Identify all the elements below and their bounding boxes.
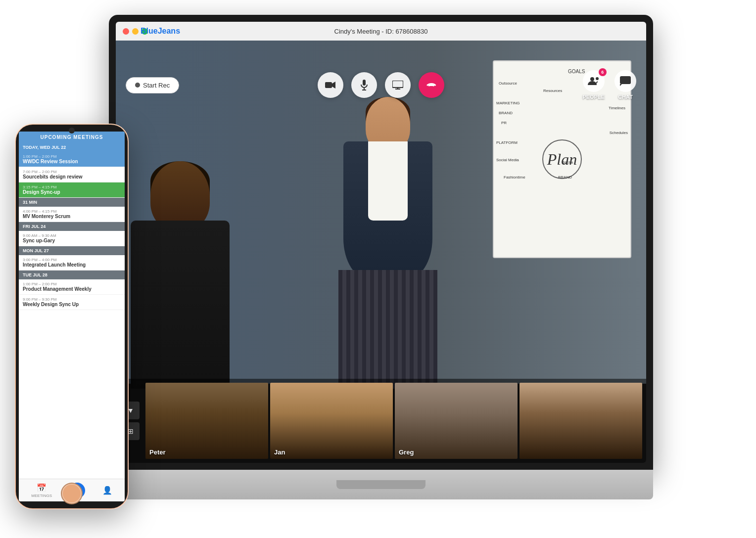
svg-point-7 bbox=[590, 77, 594, 81]
laptop: BlueJeans Cindy's Meeting - ID: 67860883… bbox=[109, 15, 653, 499]
presenter-shirt bbox=[368, 141, 408, 221]
meeting-time-mv-scrum: 4:00 PM – 4:15 PM bbox=[23, 209, 121, 214]
thumbnail-fourth[interactable] bbox=[520, 383, 642, 459]
wb-plan-text: Plan bbox=[547, 150, 577, 169]
meeting-item-mv-scrum[interactable]: 4:00 PM – 4:15 PM MV Monterey Scrum bbox=[19, 207, 125, 222]
meeting-time-sourcebits: 7:00 PM – 2:00 PM bbox=[23, 170, 121, 174]
date-header-tue: TUE JUL 28 bbox=[19, 270, 125, 279]
svg-rect-4 bbox=[392, 81, 403, 88]
wb-text-8: Social Media bbox=[496, 158, 519, 162]
meeting-time-pm-weekly: 1:00 PM – 2:00 PM bbox=[23, 282, 121, 286]
meetings-footer-label: MEETINGS bbox=[31, 493, 52, 498]
minimize-button[interactable] bbox=[132, 28, 139, 35]
people-label: PEOPLE bbox=[582, 94, 605, 100]
wb-text-7: PLATFORM bbox=[496, 140, 518, 145]
meeting-time-sync-gary: 9:00 AM – 9:30 AM bbox=[23, 233, 121, 238]
start-rec-button[interactable]: Start Rec bbox=[126, 77, 179, 93]
chat-button[interactable]: CHAT bbox=[614, 70, 636, 100]
thumbnail-jan-label: Jan bbox=[274, 448, 285, 456]
close-button[interactable] bbox=[123, 28, 129, 35]
chat-icon-wrapper bbox=[614, 70, 636, 92]
meeting-name-sync-gary: Sync up-Gary bbox=[23, 238, 121, 243]
audience-foreground bbox=[116, 161, 244, 384]
thumbnail-peter-label: Peter bbox=[149, 448, 166, 456]
wb-text-6: PR bbox=[501, 121, 507, 125]
video-area: Plan GOALS Outsource Resources MARKETING… bbox=[116, 41, 646, 463]
brand-logo: BlueJeans bbox=[141, 27, 180, 36]
wb-text-13: Schedules bbox=[610, 131, 628, 135]
meetings-icon: 📅 bbox=[37, 483, 47, 493]
meetings-list[interactable]: TODAY, WED JUL 22 1:00 PM – 2:00 PM WWDC… bbox=[19, 143, 125, 479]
thumbnail-strip: ▼ ⊞ Peter Jan bbox=[116, 379, 646, 463]
thumbnail-greg-label: Greg bbox=[399, 448, 414, 456]
laptop-body: BlueJeans Cindy's Meeting - ID: 67860883… bbox=[109, 15, 653, 470]
laptop-base bbox=[109, 470, 653, 499]
phone-camera bbox=[69, 128, 75, 134]
meeting-item-sourcebits[interactable]: 7:00 PM – 2:00 PM Sourcebits design revi… bbox=[19, 167, 125, 182]
date-header-today: TODAY, WED JUL 22 bbox=[19, 143, 125, 152]
meeting-item-launch[interactable]: 3:00 PM – 4:00 PM Integrated Launch Meet… bbox=[19, 255, 125, 270]
people-count-badge: 6 bbox=[599, 68, 607, 76]
center-controls bbox=[318, 72, 444, 98]
meeting-name-pm-weekly: Product Management Weekly bbox=[23, 286, 121, 292]
phone-home-button[interactable] bbox=[61, 483, 83, 504]
audience-body bbox=[131, 221, 230, 389]
thumbnail-jan[interactable]: Jan bbox=[270, 383, 393, 459]
svg-rect-9 bbox=[620, 76, 631, 84]
video-toggle-button[interactable] bbox=[318, 72, 343, 98]
start-rec-label: Start Rec bbox=[143, 82, 170, 89]
wb-text-12: Timelines bbox=[609, 106, 625, 110]
screen-share-button[interactable] bbox=[385, 72, 411, 98]
meeting-item-weekly-sync[interactable]: 9:00 PM – 9:30 PM Weekly Design Sync Up bbox=[19, 295, 125, 310]
svg-rect-1 bbox=[363, 80, 366, 86]
meeting-item-design-sync[interactable]: 3:15 PM – 4:15 PM Design Sync-up bbox=[19, 182, 125, 198]
meeting-name-weekly-sync: Weekly Design Sync Up bbox=[23, 302, 121, 307]
phone-inner: UPCOMING MEETINGS TODAY, WED JUL 22 1:00… bbox=[16, 125, 128, 508]
meeting-item-pm-weekly[interactable]: 1:00 PM – 2:00 PM Product Management Wee… bbox=[19, 279, 125, 295]
mic-toggle-button[interactable] bbox=[351, 72, 377, 98]
meeting-time-weekly-sync: 9:00 PM – 9:30 PM bbox=[23, 297, 121, 302]
profile-nav-button[interactable]: 👤 bbox=[102, 486, 112, 495]
thumbnail-peter[interactable]: Peter bbox=[145, 383, 268, 459]
phone-screen: UPCOMING MEETINGS TODAY, WED JUL 22 1:00… bbox=[19, 132, 125, 501]
meeting-item-wwdc[interactable]: 1:00 PM – 2:00 PM WWDC Review Session bbox=[19, 152, 125, 167]
meeting-time-wwdc: 1:00 PM – 2:00 PM bbox=[23, 154, 121, 159]
meeting-name-launch: Integrated Launch Meeting bbox=[23, 262, 121, 268]
end-call-button[interactable] bbox=[419, 72, 444, 98]
laptop-screen: BlueJeans Cindy's Meeting - ID: 67860883… bbox=[116, 22, 646, 463]
meeting-name-sourcebits: Sourcebits design review bbox=[23, 174, 121, 179]
wb-text-11: Niche bbox=[563, 160, 573, 165]
date-header-fri: FRI JUL 24 bbox=[19, 222, 125, 231]
meeting-name-design-sync: Design Sync-up bbox=[23, 189, 121, 195]
chat-label: CHAT bbox=[618, 94, 633, 100]
meeting-name-wwdc: WWDC Review Session bbox=[23, 159, 121, 164]
rec-dot-icon bbox=[135, 83, 140, 88]
control-bar: Start Rec bbox=[116, 68, 646, 102]
right-controls: 6 PEOPLE CHAT bbox=[582, 70, 636, 100]
date-header-31: 31 MIN bbox=[19, 198, 125, 207]
meeting-item-sync-gary[interactable]: 9:00 AM – 9:30 AM Sync up-Gary bbox=[19, 231, 125, 246]
meeting-time-launch: 3:00 PM – 4:00 PM bbox=[23, 258, 121, 262]
svg-point-8 bbox=[596, 77, 599, 80]
presenter-pants bbox=[338, 270, 437, 389]
presenter-body bbox=[301, 97, 474, 384]
brand-name: BlueJeans bbox=[141, 27, 180, 36]
people-button[interactable]: 6 PEOPLE bbox=[582, 70, 605, 100]
laptop-notch bbox=[336, 480, 425, 489]
thumbnails-container: Peter Jan Greg bbox=[145, 379, 646, 463]
date-header-mon: MON JUL 27 bbox=[19, 246, 125, 255]
meeting-time-design-sync: 3:15 PM – 4:15 PM bbox=[23, 185, 121, 189]
phone: UPCOMING MEETINGS TODAY, WED JUL 22 1:00… bbox=[15, 124, 129, 509]
thumbnail-greg[interactable]: Greg bbox=[395, 383, 518, 459]
wb-text-10: BRAND bbox=[558, 175, 572, 179]
wb-text-9: Fashiontime bbox=[504, 175, 525, 179]
svg-rect-0 bbox=[325, 82, 332, 88]
wb-text-5: BRAND bbox=[499, 111, 513, 115]
meeting-title: Cindy's Meeting - ID: 678608830 bbox=[334, 28, 428, 35]
profile-icon: 👤 bbox=[102, 486, 112, 495]
meetings-nav-button[interactable]: 📅 MEETINGS bbox=[31, 483, 52, 498]
people-icon-wrapper: 6 bbox=[583, 70, 605, 92]
title-bar: BlueJeans Cindy's Meeting - ID: 67860883… bbox=[116, 22, 646, 41]
phone-body: UPCOMING MEETINGS TODAY, WED JUL 22 1:00… bbox=[15, 124, 129, 509]
audience-head bbox=[150, 161, 210, 230]
